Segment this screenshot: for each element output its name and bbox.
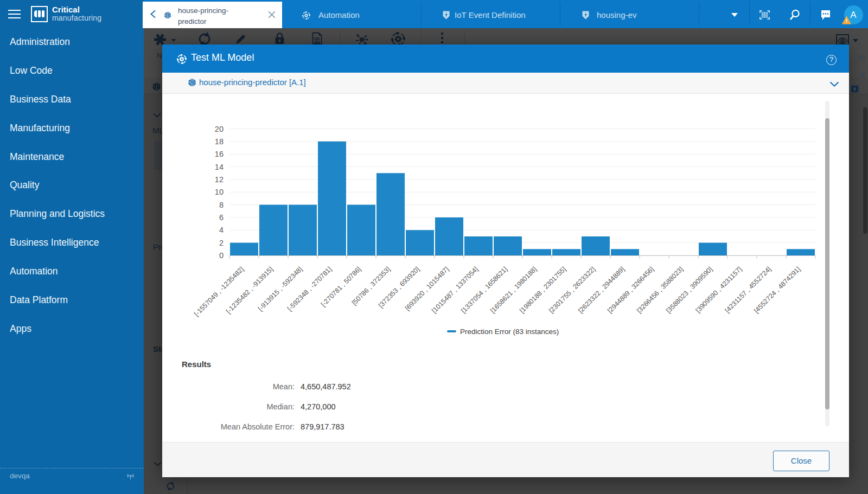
svg-text:12: 12	[215, 175, 224, 184]
svg-text:2: 2	[219, 239, 224, 247]
svg-text:4: 4	[219, 226, 224, 234]
svg-text:16: 16	[215, 150, 224, 158]
svg-text:10: 10	[215, 188, 224, 196]
svg-text:14: 14	[215, 163, 224, 171]
svg-text:6: 6	[219, 213, 224, 222]
svg-text:20: 20	[215, 125, 224, 133]
svg-text:8: 8	[219, 201, 224, 209]
svg-text:Prediction Error (83 instances: Prediction Error (83 instances)	[460, 328, 559, 336]
svg-text:0: 0	[219, 251, 224, 260]
svg-text:[-1557049 , -1235482]: [-1557049 , -1235482]	[193, 265, 245, 318]
svg-text:18: 18	[215, 137, 224, 146]
